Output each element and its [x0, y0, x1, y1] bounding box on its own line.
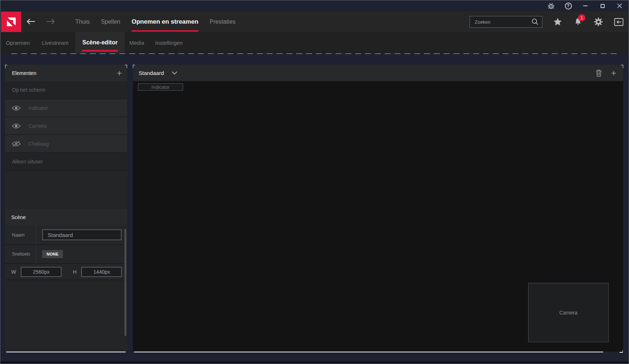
- favorites-star-icon[interactable]: [553, 17, 562, 27]
- elements-title: Elementen: [12, 70, 36, 76]
- scene-hotkey-row: Sneltoets NONE: [5, 245, 127, 264]
- height-input[interactable]: [81, 267, 122, 277]
- scene-selector-value: Standaard: [139, 70, 164, 76]
- chevron-down-icon: [171, 71, 178, 75]
- scene-name-input[interactable]: [42, 229, 122, 240]
- canvas-header: Standaard +: [133, 65, 623, 81]
- eye-off-icon[interactable]: [12, 141, 21, 147]
- scene-size-row: W H: [5, 264, 127, 280]
- elements-panel-header: Elementen +: [5, 65, 127, 81]
- settings-gear-icon[interactable]: [594, 17, 603, 27]
- search-input[interactable]: [470, 19, 531, 25]
- trash-icon: [595, 69, 602, 77]
- element-row-chatlaag[interactable]: Chatlaag: [5, 135, 127, 153]
- nav-icon-group: 1: [553, 17, 624, 27]
- collapse-panel-icon[interactable]: [614, 17, 624, 27]
- tab-scene-editor[interactable]: Scène-editor: [75, 32, 124, 53]
- main-nav-items: Thuis Spellen Opnemen en streamen Presta…: [75, 11, 236, 32]
- tab-livestream[interactable]: Livestream: [42, 32, 68, 53]
- delete-scene-button[interactable]: [594, 68, 604, 78]
- scene-name-row: Naam: [5, 225, 127, 245]
- width-label: W: [11, 269, 16, 275]
- canvas-element-camera[interactable]: Camera: [528, 283, 609, 342]
- search-icon[interactable]: [531, 18, 539, 25]
- back-arrow-icon[interactable]: [25, 17, 36, 25]
- tab-instellingen[interactable]: Instellingen: [155, 32, 183, 53]
- scene-canvas-panel: Standaard + Indicator Camera: [133, 65, 623, 352]
- titlebar: ?: [0, 0, 629, 11]
- notification-badge: 1: [578, 14, 585, 21]
- tab-opnemen[interactable]: Opnemen: [6, 32, 30, 53]
- canvas-element-label: Camera: [559, 310, 578, 316]
- eye-icon[interactable]: [12, 105, 21, 111]
- forward-arrow-icon[interactable]: [45, 17, 56, 25]
- elements-panel: Elementen + Op het scherm Indicator Came…: [5, 65, 127, 352]
- minimize-icon: [583, 5, 588, 6]
- element-row-indicator[interactable]: Indicator: [5, 99, 127, 117]
- selection-ants-bottom: [6, 352, 126, 352]
- nav-item-opnemen-en-streamen[interactable]: Opnemen en streamen: [132, 11, 198, 32]
- element-label: Indicator: [28, 105, 48, 111]
- height-label: H: [73, 269, 76, 275]
- nav-item-spellen[interactable]: Spellen: [101, 11, 120, 32]
- maximize-icon: [601, 4, 605, 8]
- window-bottom-edge: [0, 361, 629, 364]
- minimize-button[interactable]: [581, 1, 590, 10]
- panel-scrollbar[interactable]: [124, 229, 126, 336]
- onscreen-section-label: Op het scherm: [5, 81, 127, 99]
- panel-filler: [5, 171, 127, 209]
- amd-arrow-icon: [4, 15, 19, 29]
- help-glyph: ?: [565, 3, 572, 9]
- scene-hotkey-label: Sneltoets: [5, 252, 36, 257]
- eye-icon[interactable]: [12, 123, 21, 129]
- element-label: Camera: [28, 123, 47, 129]
- close-button[interactable]: [615, 1, 624, 10]
- add-scene-button[interactable]: +: [609, 68, 618, 78]
- maximize-button[interactable]: [598, 1, 607, 10]
- nav-item-prestaties[interactable]: Prestaties: [210, 11, 236, 32]
- help-icon[interactable]: ?: [564, 1, 573, 10]
- nav-item-thuis[interactable]: Thuis: [75, 11, 90, 32]
- hotkey-none-button[interactable]: NONE: [42, 250, 63, 258]
- tab-media[interactable]: Media: [129, 32, 144, 53]
- close-icon: [617, 3, 622, 8]
- canvas-element-label: Indicator: [151, 84, 170, 90]
- bug-report-icon[interactable]: [547, 1, 555, 10]
- notifications-bell-icon[interactable]: 1: [573, 17, 583, 27]
- scene-selector-dropdown[interactable]: Standaard: [139, 70, 178, 76]
- amd-logo[interactable]: [1, 12, 21, 32]
- width-input[interactable]: [21, 267, 62, 277]
- main-navbar: Thuis Spellen Opnemen en streamen Presta…: [1, 11, 628, 32]
- add-element-button[interactable]: +: [117, 70, 122, 77]
- element-label: Chatlaag: [28, 141, 49, 147]
- scene-name-label: Naam: [5, 232, 36, 238]
- scene-section-header: Scène: [5, 209, 127, 225]
- selection-ants-top: [11, 54, 620, 54]
- output-only-section-label: Alleen uitvoer: [5, 153, 127, 171]
- canvas-element-indicator[interactable]: Indicator: [138, 83, 183, 91]
- app-window: ? Thuis Spellen Opnem: [0, 0, 629, 364]
- selection-ants-bottom: [134, 352, 603, 352]
- subnav: Opnemen Livestream Scène-editor Media In…: [1, 32, 628, 53]
- search-box[interactable]: [470, 16, 542, 28]
- element-row-camera[interactable]: Camera: [5, 117, 127, 135]
